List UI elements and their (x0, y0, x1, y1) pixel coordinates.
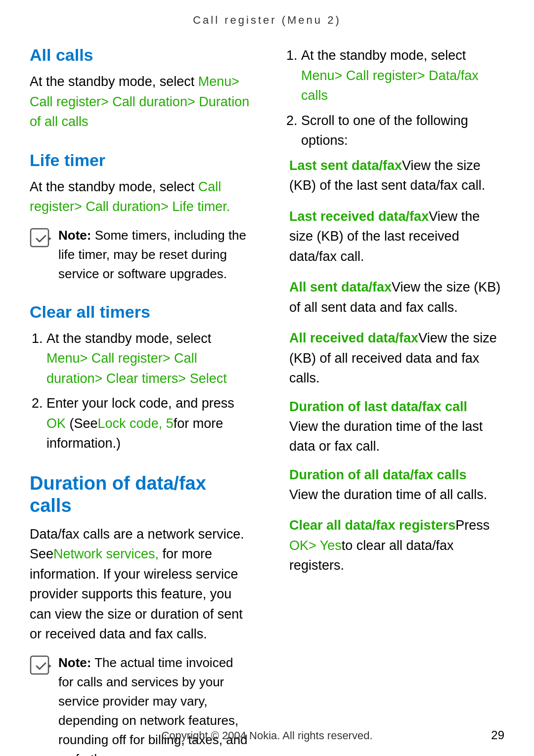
sub-section-all-received: All received data/faxView the size (KB) … (289, 328, 504, 388)
section-title-clear-timers: Clear all timers (30, 302, 250, 322)
page-header: Call register (Menu 2) (0, 0, 534, 36)
sub-title-all-received: All received data/fax (289, 331, 418, 345)
section-title-life-timer: Life timer (30, 151, 250, 170)
sub-title-last-received: Last received data/fax (289, 209, 429, 224)
right-step-2: Scroll to one of the following options: (301, 111, 504, 151)
section-life-timer: Life timer At the standby mode, select C… (30, 151, 250, 284)
sub-title-duration-last: Duration of last data/fax call (289, 399, 504, 415)
right-column: At the standby mode, select Menu> Call r… (279, 45, 504, 756)
svg-marker-3 (48, 664, 51, 668)
sub-body-duration-last: View the duration time of the last data … (289, 417, 504, 457)
clear-timers-list: At the standby mode, select Menu> Call r… (30, 329, 250, 454)
life-timer-body: At the standby mode, select Call registe… (30, 177, 250, 217)
sub-section-last-received: Last received data/faxView the size (KB)… (289, 207, 504, 267)
svg-rect-0 (31, 229, 48, 247)
section-title-duration-data-fax: Duration of data/faxcalls (30, 472, 250, 517)
note-icon-life-timer (30, 228, 51, 250)
svg-marker-1 (48, 237, 51, 241)
sub-section-duration-all: Duration of all data/fax calls View the … (289, 467, 504, 505)
sub-title-clear-all-registers: Clear all data/fax registers (289, 518, 455, 533)
section-title-all-calls: All calls (30, 45, 250, 65)
section-all-calls: All calls At the standby mode, select Me… (30, 45, 250, 132)
note-icon-duration (30, 655, 51, 677)
sub-section-last-sent: Last sent data/faxView the size (KB) of … (289, 156, 504, 196)
life-timer-note-text: Note: Some timers, including the life ti… (58, 226, 250, 284)
duration-data-fax-body: Data/fax calls are a network service. Se… (30, 524, 250, 644)
svg-rect-2 (31, 656, 48, 674)
page-footer: Copyright © 2004 Nokia. All rights reser… (0, 729, 534, 742)
page-number: 29 (491, 728, 504, 742)
sub-title-all-sent: All sent data/fax (289, 280, 392, 294)
section-clear-all-timers: Clear all timers At the standby mode, se… (30, 302, 250, 454)
sub-section-all-sent: All sent data/faxView the size (KB) of a… (289, 277, 504, 317)
header-text: Call register (Menu 2) (193, 14, 341, 26)
life-timer-note: Note: Some timers, including the life ti… (30, 226, 250, 284)
all-calls-body: At the standby mode, select Menu> Call r… (30, 72, 250, 132)
sub-section-duration-last: Duration of last data/fax call View the … (289, 399, 504, 457)
right-step-1: At the standby mode, select Menu> Call r… (301, 45, 504, 106)
sub-section-clear-all-registers: Clear all data/fax registersPress OK> Ye… (289, 515, 504, 576)
sub-title-last-sent: Last sent data/fax (289, 158, 402, 173)
section-duration-data-fax: Duration of data/faxcalls Data/fax calls… (30, 472, 250, 756)
sub-body-duration-all: View the duration time of all calls. (289, 485, 504, 505)
copyright-text: Copyright © 2004 Nokia. All rights reser… (161, 729, 372, 742)
sub-title-duration-all: Duration of all data/fax calls (289, 467, 504, 483)
right-column-steps: At the standby mode, select Menu> Call r… (284, 45, 504, 151)
left-column: All calls At the standby mode, select Me… (30, 45, 260, 756)
clear-timers-step-2: Enter your lock code, and press OK (SeeL… (46, 393, 250, 454)
clear-timers-step-1: At the standby mode, select Menu> Call r… (46, 329, 250, 389)
